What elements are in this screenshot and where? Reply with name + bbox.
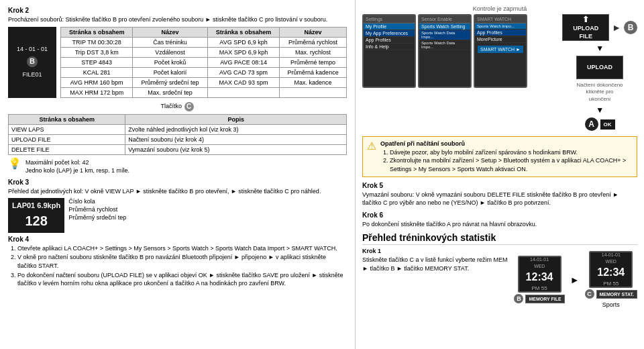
table-row: STEP 4843Počet krokůAVG PACE 08:14Průměr… bbox=[61, 57, 347, 67]
prehled-title: Přehled tréninkových statistik bbox=[362, 232, 637, 245]
krok6-title: Krok 6 bbox=[362, 211, 383, 219]
watch-screen-1: 14-01-01 WED 12:34 PM 55 bbox=[518, 256, 561, 293]
krok6-section: Krok 6 Po dokončení stiskněte tlačítko A… bbox=[362, 211, 637, 229]
col2-header2: Název bbox=[280, 27, 347, 37]
table-cell: AVG CAD 73 spm bbox=[207, 67, 279, 77]
upload-btn-2[interactable]: UPLOAD bbox=[576, 56, 623, 79]
table-cell: Průměrné tempo bbox=[280, 57, 347, 67]
watch1-memory-btn[interactable]: MEMORY FILE bbox=[525, 295, 564, 303]
watch-display-2: 14-01-01 WED 12:34 PM 55 C MEMORY STAT. … bbox=[585, 251, 637, 308]
content-col2-header: Popis bbox=[125, 114, 347, 124]
table-cell: Max. rychlost bbox=[280, 47, 347, 57]
screen2-item1: Sports Watch Setting bbox=[419, 23, 470, 30]
file-name: FILE01 bbox=[22, 70, 42, 80]
bulb-text: Maximální počet kol: 42 Jedno kolo (LAP)… bbox=[25, 158, 129, 175]
krok3-section: Krok 3 Přehled dat jednotlivých kol: V o… bbox=[8, 179, 347, 196]
table-row: AVG HRM 160 bpmPrůměrný srdeční tepMAX C… bbox=[61, 77, 347, 87]
prehled-krok1: Krok 1 Stiskněte tlačítko C a v listě fu… bbox=[362, 247, 508, 272]
watch1-badge-b: B bbox=[514, 294, 523, 303]
screen2-item3: Sports Watch Data Impo... bbox=[419, 40, 470, 50]
screen1-item1: My Profile bbox=[364, 23, 415, 30]
file-info-box: 14 - 01 - 01 B FILE01 bbox=[8, 27, 56, 98]
krok2-section: Krok 2 Procházení souborů: Stiskněte tla… bbox=[8, 7, 347, 24]
left-column: Krok 2 Procházení souborů: Stiskněte tla… bbox=[0, 0, 356, 349]
content-row: DELETE FILEVymazání souboru (viz krok 5) bbox=[9, 144, 347, 154]
arrow-right-1: ► bbox=[612, 22, 621, 33]
col1-header2: Název bbox=[133, 27, 207, 37]
lap-labels: Číslo kola Průměrná rychlost Průměrný sr… bbox=[68, 198, 126, 221]
table-row: Trip DST 3,8 kmVzdálenostMAX SPD 6,9 kph… bbox=[61, 47, 347, 57]
watch2-memory-btn[interactable]: MEMORY STAT. bbox=[596, 290, 637, 299]
watch2-date: 14-01-01 bbox=[602, 252, 621, 258]
table-cell: Počet kroků bbox=[133, 57, 207, 67]
content-row: UPLOAD FILENačtení souboru (viz krok 4) bbox=[9, 134, 347, 144]
watch2-btn-row: C MEMORY STAT. bbox=[585, 289, 637, 299]
table-cell: Max. kadence bbox=[280, 77, 347, 87]
krok4-body: Otevřete aplikaci LA COACH+ > Settings >… bbox=[8, 244, 347, 288]
watch1-day: WED bbox=[534, 263, 545, 270]
badge-c-inline: C bbox=[184, 102, 194, 111]
krok5-body: Vymazání souboru: V okně vymazání soubor… bbox=[362, 191, 619, 207]
warning-text: Opatření při načítání souborů Dávejte po… bbox=[380, 140, 633, 173]
lap-display: LAP01 6.9kph 128 Číslo kola Průměrná ryc… bbox=[8, 198, 347, 232]
list-item: Dávejte pozor, aby bylo mobilní zařízení… bbox=[390, 148, 633, 157]
loading-label: Načtení dokončeno klikněte pro ukončení bbox=[576, 82, 623, 103]
list-item: Zkontrolujte na mobilní zařízení > Setup… bbox=[390, 156, 633, 173]
content-cell: VIEW LAPS bbox=[9, 124, 125, 134]
table-cell: Průměrný srdeční tep bbox=[133, 77, 207, 87]
lap-box: LAP01 6.9kph 128 bbox=[8, 198, 64, 232]
bulb-line1: Maximální počet kol: 42 bbox=[25, 158, 129, 167]
content-cell: DELETE FILE bbox=[9, 144, 125, 154]
device-screen-3: SMART WATCH Sports Watch Impo... App Pro… bbox=[474, 14, 527, 88]
screen3-header: SMART WATCH bbox=[475, 15, 526, 23]
screen1-item3: App Profiles bbox=[364, 37, 415, 44]
bulb-note: 💡 Maximální počet kol: 42 Jedno kolo (LA… bbox=[8, 158, 347, 175]
watch2-time: 12:34 bbox=[597, 265, 625, 280]
badge-a-row: A OK bbox=[585, 117, 615, 131]
krok4-title: Krok 4 bbox=[8, 236, 347, 243]
lap-time: 128 bbox=[12, 211, 60, 230]
prehled-krok1-title: Krok 1 bbox=[362, 248, 381, 254]
prehled-row: Krok 1 Stiskněte tlačítko C a v listě fu… bbox=[362, 247, 637, 308]
lap-speed-label: Číslo kola bbox=[68, 198, 126, 205]
watch1-time: 12:34 bbox=[526, 270, 553, 285]
table-cell: Průměrná rychlost bbox=[280, 37, 347, 47]
table-cell: Průměrná kadence bbox=[280, 67, 347, 77]
file-date: 14 - 01 - 01 bbox=[17, 45, 48, 54]
screen3-item2: App Profiles bbox=[475, 30, 526, 36]
table-cell: TRIP TM 00:30:28 bbox=[61, 37, 133, 47]
warning-box: ⚠ Opatření při načítání souborů Dávejte … bbox=[362, 136, 637, 177]
table-cell: STEP 4843 bbox=[61, 57, 133, 67]
main-data-table: Stránka s obsahem Název Stránka s obsahe… bbox=[60, 27, 347, 98]
upload-file-btn-1[interactable]: ⬆ UPLOADFILE bbox=[562, 14, 609, 41]
krok5-section: Krok 5 Vymazání souboru: V okně vymazání… bbox=[362, 181, 637, 207]
prehled-krok1-text: Stiskněte tlačítko C a v listě funkcí vy… bbox=[362, 256, 508, 272]
watch-screen-2: 14-01-01 WED 12:34 PM 55 bbox=[589, 251, 633, 288]
list-item: Otevřete aplikaci LA COACH+ > Settings >… bbox=[17, 244, 347, 253]
table-cell: AVG HRM 160 bpm bbox=[61, 77, 133, 87]
arrow-down-1: ▼ bbox=[596, 44, 604, 53]
badge-b: B bbox=[27, 56, 38, 67]
watch1-seconds: PM 55 bbox=[531, 285, 547, 292]
screen3-item3: MorePicture bbox=[475, 36, 526, 43]
ok-label: OK bbox=[600, 119, 615, 130]
warning-title: Opatření při načítání souborů bbox=[380, 140, 465, 147]
upload-row-1: ⬆ UPLOADFILE ► B bbox=[562, 14, 637, 41]
table-row: MAX HRM 172 bpmMax. srdeční tep bbox=[61, 87, 347, 97]
screen2-item2: Sports Watch Data Impo... bbox=[419, 30, 470, 40]
upload-label-1: UPLOADFILE bbox=[573, 25, 598, 40]
upload-icon-1: ⬆ bbox=[582, 15, 589, 26]
krok2-title: Krok 2 bbox=[8, 7, 347, 14]
device-screen-1: Settings My Profile My App Preferences A… bbox=[362, 14, 416, 88]
lap-avg-label: Průměrná rychlost bbox=[68, 206, 126, 213]
list-item: V okně pro načtení souboru stiskněte tla… bbox=[17, 253, 347, 270]
content-cell: Zvolte náhled jednotlivých kol (viz krok… bbox=[125, 124, 347, 134]
table-cell bbox=[280, 87, 347, 97]
device-screen-2: Sensor Enable Sports Watch Setting Sport… bbox=[418, 14, 472, 88]
table-cell: Trip DST 3,8 km bbox=[61, 47, 133, 57]
watch1-btn-row: B MEMORY FILE bbox=[514, 294, 564, 303]
table-row: TRIP TM 00:30:28Čas tréninkuAVG SPD 6,9 … bbox=[61, 37, 347, 47]
content-cell: Vymazání souboru (viz krok 5) bbox=[125, 144, 347, 154]
smart-watch-label: SMART WATCH ► bbox=[478, 46, 523, 53]
tlacitko-c-label: Tlačítko C bbox=[8, 102, 347, 111]
